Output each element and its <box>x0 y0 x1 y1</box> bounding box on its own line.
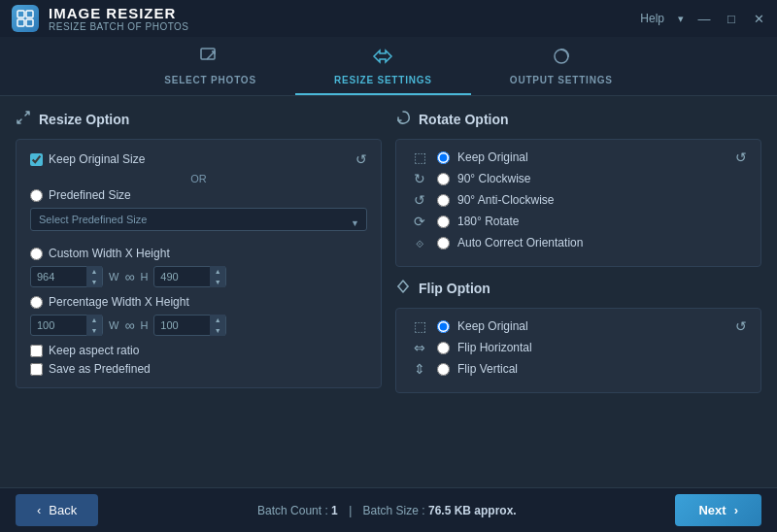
rotate-option-180[interactable]: ⟳ 180° Rotate <box>410 214 735 229</box>
batch-count-value: 1 <box>331 504 338 517</box>
minimize-button[interactable]: — <box>697 12 711 25</box>
resize-option-title: Resize Option <box>39 112 129 127</box>
save-predefined-option[interactable]: Save as Predefined <box>30 362 367 376</box>
rotate-180-label: 180° Rotate <box>457 215 520 228</box>
predefined-size-radio[interactable] <box>30 189 43 202</box>
resize-option-box: Keep Original Size ↺ OR Predefined Size … <box>16 139 382 388</box>
pct-height-down-button[interactable]: ▼ <box>210 325 225 336</box>
flip-option-box: ⬚ Keep Original ⇔ Flip Horizontal ⇕ Flip… <box>395 308 761 393</box>
tab-resize-settings-label: RESIZE SETTINGS <box>334 75 432 85</box>
rotate-90cw-radio[interactable] <box>437 173 450 185</box>
flip-reset-button[interactable]: ↺ <box>735 318 747 334</box>
flip-keep-radio[interactable] <box>437 320 450 333</box>
resize-option-header: Resize Option <box>16 110 382 129</box>
svg-rect-1 <box>26 11 33 17</box>
rotate-option-90acw[interactable]: ↺ 90° Anti-Clockwise <box>410 192 735 208</box>
keep-original-size-checkbox[interactable] <box>30 153 43 166</box>
pct-height-up-button[interactable]: ▲ <box>210 315 225 325</box>
flip-option-horizontal[interactable]: ⇔ Flip Horizontal <box>410 340 735 355</box>
titlebar-left: IMAGE RESIZER RESIZE BATCH OF PHOTOS <box>12 5 189 32</box>
resize-settings-icon <box>370 47 395 71</box>
flip-option-keep[interactable]: ⬚ Keep Original <box>410 318 735 334</box>
help-button[interactable]: Help <box>640 12 664 25</box>
flip-section-icon <box>395 279 411 298</box>
pct-w-label: W <box>109 319 118 331</box>
next-chevron-icon: › <box>734 503 738 517</box>
rotate-option-90cw[interactable]: ↻ 90° Clockwise <box>410 171 735 186</box>
save-predefined-label: Save as Predefined <box>49 362 151 376</box>
maximize-button[interactable]: □ <box>725 12 738 25</box>
rotate-180-radio[interactable] <box>437 216 450 228</box>
pct-width-down-button[interactable]: ▼ <box>86 325 102 336</box>
flip-h-icon: ⇔ <box>410 340 429 355</box>
rotate-reset-button[interactable]: ↺ <box>735 150 747 165</box>
width-down-button[interactable]: ▼ <box>86 277 102 287</box>
pct-h-label: H <box>140 319 148 331</box>
flip-option-title: Flip Option <box>419 281 490 296</box>
flip-vertical-label: Flip Vertical <box>457 362 518 376</box>
pct-width-up-button[interactable]: ▲ <box>86 315 102 325</box>
flip-option-vertical[interactable]: ⇕ Flip Vertical <box>410 361 735 377</box>
keep-aspect-ratio-option[interactable]: Keep aspect ratio <box>30 344 367 357</box>
rotate-90acw-icon: ↺ <box>410 192 429 208</box>
rotate-keep-label: Keep Original <box>457 150 528 164</box>
rotate-option-title: Rotate Option <box>419 112 509 127</box>
rotate-option-keep[interactable]: ⬚ Keep Original <box>410 150 735 165</box>
titlebar: IMAGE RESIZER RESIZE BATCH OF PHOTOS Hel… <box>0 0 777 37</box>
width-up-button[interactable]: ▲ <box>86 266 102 277</box>
footer-info: Batch Count : 1 | Batch Size : 76.5 KB a… <box>257 504 517 517</box>
titlebar-right: Help ▾ — □ ✕ <box>640 12 765 25</box>
svg-rect-0 <box>17 11 24 17</box>
h-label: H <box>140 271 148 283</box>
tab-output-settings-label: OUTPUT SETTINGS <box>510 75 613 85</box>
rotate-90cw-label: 90° Clockwise <box>457 172 531 185</box>
app-subtitle: RESIZE BATCH OF PHOTOS <box>49 21 189 32</box>
keep-original-size-label: Keep Original Size <box>49 152 145 166</box>
pct-infinity-icon: ∞ <box>124 317 134 333</box>
custom-size-option[interactable]: Custom Width X Height <box>30 247 367 260</box>
back-button[interactable]: ‹ Back <box>16 494 98 526</box>
tab-navigation: SELECT PHOTOS RESIZE SETTINGS OUTPUT SET… <box>0 37 777 96</box>
close-button[interactable]: ✕ <box>752 12 765 25</box>
back-label: Back <box>49 503 77 517</box>
app-title: IMAGE RESIZER <box>49 5 189 21</box>
flip-horizontal-label: Flip Horizontal <box>457 341 532 354</box>
rotate-keep-icon: ⬚ <box>410 150 429 165</box>
rotate-keep-radio[interactable] <box>437 151 450 164</box>
svg-rect-2 <box>17 19 24 26</box>
height-up-button[interactable]: ▲ <box>210 266 225 277</box>
main-content: Resize Option Keep Original Size ↺ OR Pr… <box>0 96 777 504</box>
tab-output-settings[interactable]: OUTPUT SETTINGS <box>471 37 652 95</box>
next-button[interactable]: Next › <box>675 494 761 526</box>
flip-keep-label: Keep Original <box>457 319 528 333</box>
tab-resize-settings[interactable]: RESIZE SETTINGS <box>295 37 471 95</box>
percentage-size-radio[interactable] <box>30 296 43 309</box>
custom-size-radio[interactable] <box>30 248 43 260</box>
predefined-size-select-wrapper[interactable]: Select Predefined Size <box>30 208 367 239</box>
rotate-90acw-radio[interactable] <box>437 194 450 207</box>
app-icon <box>12 5 39 32</box>
flip-horizontal-radio[interactable] <box>437 342 450 354</box>
percentage-size-option[interactable]: Percentage Width X Height <box>30 295 367 309</box>
height-down-button[interactable]: ▼ <box>210 277 225 287</box>
resize-reset-button[interactable]: ↺ <box>355 151 367 167</box>
keep-original-size-option[interactable]: Keep Original Size <box>30 152 145 166</box>
select-photos-icon <box>199 47 222 71</box>
infinity-icon: ∞ <box>124 269 134 284</box>
rotate-section-icon <box>395 110 411 129</box>
flip-v-icon: ⇕ <box>410 361 429 377</box>
output-settings-icon <box>550 47 573 71</box>
custom-size-label: Custom Width X Height <box>49 247 170 260</box>
or-label: OR <box>30 173 367 184</box>
tab-select-photos[interactable]: SELECT PHOTOS <box>125 37 295 95</box>
height-input-wrap: ▲ ▼ <box>153 266 226 287</box>
flip-vertical-radio[interactable] <box>437 363 450 376</box>
rotate-option-header: Rotate Option <box>395 110 761 129</box>
save-predefined-checkbox[interactable] <box>30 363 43 376</box>
predefined-size-option[interactable]: Predefined Size <box>30 188 367 202</box>
rotate-option-auto[interactable]: ⟐ Auto Correct Orientation <box>410 235 735 250</box>
rotate-auto-radio[interactable] <box>437 237 450 249</box>
predefined-size-select[interactable]: Select Predefined Size <box>30 208 367 231</box>
batch-size-value: 76.5 KB approx. <box>428 504 517 517</box>
keep-aspect-ratio-checkbox[interactable] <box>30 345 43 357</box>
